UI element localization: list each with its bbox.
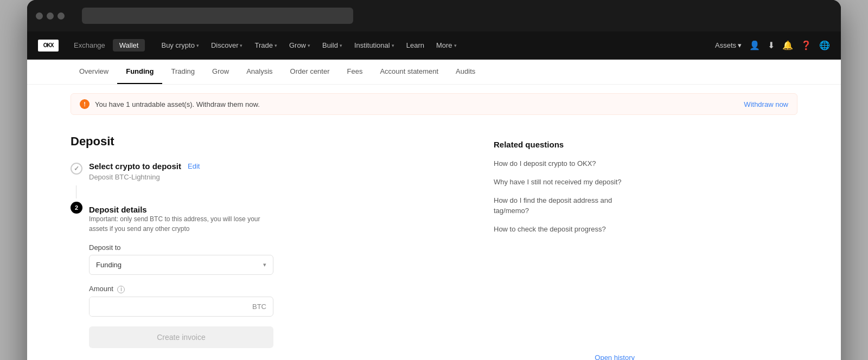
sub-nav: Overview Funding Trading Grow Analysis O…: [27, 60, 841, 85]
tl-maximize[interactable]: [58, 12, 65, 20]
alert-bar: ! You have 1 untradable asset(s). Withdr…: [71, 93, 797, 115]
browser-chrome: [27, 0, 841, 31]
help-icon[interactable]: ❓: [801, 40, 812, 50]
subnav-funding[interactable]: Funding: [117, 60, 162, 84]
wallet-toggle[interactable]: Wallet: [113, 39, 145, 52]
step2-content: Deposit details Important: only send BTC…: [89, 205, 273, 360]
amount-field-wrap: BTC: [89, 297, 273, 317]
withdraw-link[interactable]: Withdraw now: [744, 100, 788, 108]
subnav-grow[interactable]: Grow: [203, 60, 238, 84]
nav-institutional[interactable]: Institutional ▾: [349, 38, 400, 53]
amount-label: Amount i: [89, 285, 273, 293]
trade-caret-icon: ▾: [275, 43, 277, 48]
globe-icon[interactable]: 🌐: [819, 40, 830, 50]
build-caret-icon: ▾: [340, 43, 342, 48]
step2-warning: Important: only send BTC to this address…: [89, 214, 263, 234]
alert-left: ! You have 1 untradable asset(s). Withdr…: [80, 99, 260, 109]
amount-currency: BTC: [246, 303, 273, 311]
subnav-analysis[interactable]: Analysis: [238, 60, 281, 84]
step1-title-row: Select crypto to deposit Edit: [89, 162, 200, 171]
nav-toggle: Exchange Wallet: [67, 39, 145, 52]
assets-caret-icon: ▾: [738, 41, 742, 49]
grow-caret-icon: ▾: [308, 43, 310, 48]
nav-build[interactable]: Build ▾: [317, 38, 348, 53]
open-history-link[interactable]: Open history: [595, 353, 635, 360]
buy-crypto-caret-icon: ▾: [196, 43, 199, 48]
select-caret-icon: ▾: [263, 261, 266, 268]
subnav-overview[interactable]: Overview: [71, 60, 117, 84]
nav-discover[interactable]: Discover ▾: [206, 38, 248, 53]
step1-indicator: ✓: [71, 163, 82, 175]
browser-window: OKX Exchange Wallet Buy crypto ▾ Discove…: [27, 0, 841, 360]
related-link-1[interactable]: Why have I still not received my deposit…: [494, 177, 635, 187]
logo-box: OKX: [38, 40, 59, 52]
more-caret-icon: ▾: [454, 43, 457, 48]
address-bar[interactable]: [82, 8, 353, 24]
navbar: OKX Exchange Wallet Buy crypto ▾ Discove…: [27, 31, 841, 60]
amount-info-icon[interactable]: i: [117, 286, 125, 293]
subnav-fees[interactable]: Fees: [339, 60, 372, 84]
nav-trade[interactable]: Trade ▾: [249, 38, 282, 53]
subnav-order-center[interactable]: Order center: [282, 60, 339, 84]
deposit-to-value: Funding: [96, 261, 122, 269]
subnav-trading[interactable]: Trading: [162, 60, 203, 84]
step2-row: 2 Deposit details Important: only send B…: [71, 201, 450, 360]
traffic-lights: [36, 12, 65, 20]
deposit-section: Deposit ✓ Select crypto to deposit Edit …: [71, 134, 450, 360]
step-connector: [76, 185, 76, 198]
user-icon[interactable]: 👤: [749, 40, 760, 50]
nav-right: Assets ▾ 👤 ⬇ 🔔 ❓ 🌐: [715, 40, 830, 50]
right-section: Related questions How do I deposit crypt…: [494, 134, 635, 360]
alert-icon: !: [80, 99, 90, 109]
assets-dropdown[interactable]: Assets ▾: [715, 41, 742, 49]
deposit-to-select[interactable]: Funding ▾: [89, 255, 273, 275]
nav-buy-crypto[interactable]: Buy crypto ▾: [156, 38, 204, 53]
step2-title: Deposit details: [89, 205, 273, 214]
discover-caret-icon: ▾: [240, 43, 242, 48]
step1-subtitle: Deposit BTC-Lightning: [89, 173, 200, 181]
logo-text: OKX: [43, 42, 54, 48]
deposit-title: Deposit: [71, 134, 450, 149]
subnav-audits[interactable]: Audits: [447, 60, 484, 84]
related-link-2[interactable]: How do I find the deposit address and ta…: [494, 196, 635, 215]
create-invoice-button[interactable]: Create invoice: [89, 326, 273, 348]
nav-grow[interactable]: Grow ▾: [284, 38, 316, 53]
nav-links: Buy crypto ▾ Discover ▾ Trade ▾ Grow ▾ B…: [156, 38, 715, 53]
tl-minimize[interactable]: [47, 12, 54, 20]
alert-message: You have 1 untradable asset(s). Withdraw…: [95, 100, 260, 108]
related-title: Related questions: [494, 140, 635, 149]
nav-learn[interactable]: Learn: [401, 38, 430, 53]
content-area: Overview Funding Trading Grow Analysis O…: [27, 60, 841, 360]
step1-row: ✓ Select crypto to deposit Edit Deposit …: [71, 162, 450, 181]
step1-title: Select crypto to deposit: [89, 162, 181, 171]
related-link-0[interactable]: How do I deposit crypto to OKX?: [494, 159, 635, 169]
subnav-account-statement[interactable]: Account statement: [371, 60, 447, 84]
download-icon[interactable]: ⬇: [768, 40, 775, 50]
main-content: Deposit ✓ Select crypto to deposit Edit …: [27, 124, 841, 360]
deposit-to-label: Deposit to: [89, 243, 273, 252]
nav-more[interactable]: More ▾: [431, 38, 462, 53]
exchange-toggle[interactable]: Exchange: [67, 39, 112, 52]
institutional-caret-icon: ▾: [392, 43, 394, 48]
logo: OKX: [38, 40, 59, 52]
edit-link[interactable]: Edit: [188, 162, 200, 170]
step2-indicator: 2: [71, 202, 82, 214]
amount-input[interactable]: [90, 297, 246, 316]
tl-close[interactable]: [36, 12, 43, 20]
related-link-3[interactable]: How to check the deposit progress?: [494, 224, 635, 234]
bell-icon[interactable]: 🔔: [782, 40, 793, 50]
step1-content: Select crypto to deposit Edit Deposit BT…: [89, 162, 200, 181]
